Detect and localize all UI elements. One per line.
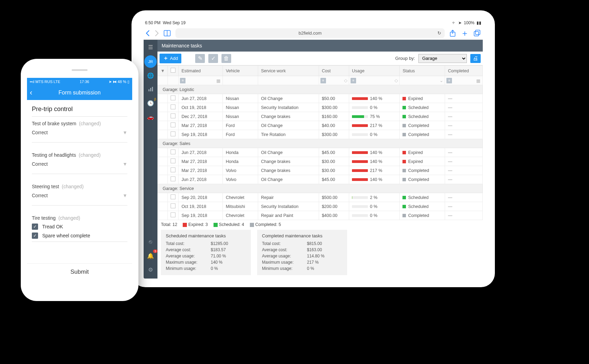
- nav-back-icon[interactable]: [146, 30, 150, 36]
- table-row[interactable]: Mar 27, 2018VolvoChange brakes$30.00217 …: [158, 166, 483, 175]
- new-tab-icon[interactable]: ＋: [461, 28, 469, 39]
- date-picker-icon[interactable]: ▦: [476, 78, 481, 83]
- row-checkbox[interactable]: [171, 176, 175, 181]
- tread-checkbox-row[interactable]: ✓Tread OK: [32, 224, 127, 230]
- signal-icon: ••ıl: [30, 80, 35, 84]
- bookmarks-icon[interactable]: [164, 30, 171, 36]
- cell-status: Completed: [400, 211, 445, 220]
- row-checkbox[interactable]: [171, 158, 175, 163]
- col-service[interactable]: Service work: [258, 66, 319, 76]
- row-checkbox[interactable]: [171, 122, 175, 127]
- safari-toolbar: b2field.com ↻ ＋: [144, 27, 483, 40]
- filter-op-icon[interactable]: ≡: [320, 78, 326, 83]
- iphone-screen: ••ıl MTS RUS LTE 17:36 ➤ ⧓ 48 % ▯ ‹ Form…: [27, 78, 132, 280]
- table-row[interactable]: Dec 27, 2018NissanChange brakes$160.0075…: [158, 112, 483, 121]
- menu-toggle-icon[interactable]: ☰: [148, 44, 153, 51]
- sidebar-notifications-icon[interactable]: 🔔3: [144, 249, 157, 262]
- table-row[interactable]: Sep 19, 2018FordTire Rotation$300.000 %C…: [158, 130, 483, 139]
- print-button[interactable]: 🖨: [470, 54, 481, 63]
- brake-dropdown[interactable]: Correct▼: [32, 126, 127, 139]
- filter-op-icon[interactable]: ≡: [446, 78, 452, 83]
- table-row[interactable]: Sep 19, 2018ChevroletRepair and Paint$40…: [158, 211, 483, 220]
- status-icon: [402, 160, 406, 163]
- group-row[interactable]: Garage: Logistic: [158, 85, 483, 94]
- cell-status: Scheduled: [400, 202, 445, 211]
- row-checkbox[interactable]: [171, 104, 175, 109]
- url-bar[interactable]: b2field.com ↻: [175, 28, 445, 38]
- cell-cost: $300.00: [319, 103, 349, 112]
- col-status[interactable]: Status: [400, 66, 445, 76]
- sidebar-fleet-icon[interactable]: 🚗: [144, 111, 157, 123]
- row-checkbox[interactable]: [171, 113, 175, 118]
- table-row[interactable]: Oct 19, 2018NissanSecurity Installation$…: [158, 103, 483, 112]
- sidebar-settings-icon[interactable]: ⚙: [144, 263, 157, 276]
- col-usage[interactable]: Usage: [349, 66, 400, 76]
- spare-checkbox-row[interactable]: ✓Spare wheel complete: [32, 233, 127, 239]
- notif-badge: 3: [153, 249, 157, 253]
- table-row[interactable]: Jun 27, 2018VolvoOil Change$45.00140 %Co…: [158, 175, 483, 184]
- table-row[interactable]: Oct 19, 2018MitsubishiSecurity Installat…: [158, 202, 483, 211]
- groupby-select[interactable]: Garage: [418, 54, 467, 63]
- sidebar-reports-icon[interactable]: [144, 83, 157, 95]
- group-row[interactable]: Garage: Service: [158, 184, 483, 193]
- table-row[interactable]: Sep 20, 2018ChevroletRepair$500.002 %Sch…: [158, 193, 483, 202]
- brake-value: Correct: [32, 130, 48, 135]
- edit-button[interactable]: ✎: [195, 54, 205, 63]
- delete-button[interactable]: 🗑: [221, 54, 231, 63]
- tabs-icon[interactable]: [474, 30, 481, 37]
- user-avatar[interactable]: JR: [144, 55, 157, 68]
- cell-vehicle: Ford: [223, 130, 258, 139]
- row-checkbox[interactable]: [171, 149, 175, 154]
- col-completed[interactable]: Completed: [445, 66, 483, 76]
- cell-status: Expired: [400, 148, 445, 157]
- cell-cost: $30.00: [319, 166, 349, 175]
- steering-value: Correct: [32, 193, 48, 198]
- filter-op-icon[interactable]: ≡: [180, 78, 185, 83]
- back-button[interactable]: ‹: [30, 88, 32, 97]
- reload-icon[interactable]: ↻: [437, 30, 441, 36]
- group-row[interactable]: Garage: Sales: [158, 139, 483, 148]
- nav-forward-icon: [155, 30, 159, 36]
- row-checkbox[interactable]: [171, 212, 175, 217]
- legend-completed: Completed: 5: [255, 222, 281, 227]
- sort-icon[interactable]: ◇: [344, 78, 347, 83]
- sidebar-history-icon[interactable]: 🕓β: [144, 97, 157, 109]
- table-row[interactable]: Jun 27, 2018HondaOil Change$45.00140 %Ex…: [158, 148, 483, 157]
- date-picker-icon[interactable]: ▦: [216, 78, 221, 83]
- table-row[interactable]: Mar 27, 2018FordOil Change$40.00217 %Com…: [158, 121, 483, 130]
- table-row[interactable]: Mar 27, 2018HondaChange brakes$30.00140 …: [158, 157, 483, 166]
- add-button[interactable]: ＋Add: [160, 54, 181, 63]
- filter-icon[interactable]: ▼: [161, 69, 165, 73]
- row-checkbox[interactable]: [171, 194, 175, 199]
- form-body[interactable]: Pre-trip control Test of brake system (c…: [27, 100, 132, 263]
- confirm-button[interactable]: ✓: [208, 54, 218, 63]
- submit-button[interactable]: Submit: [27, 263, 132, 280]
- svg-rect-7: [150, 88, 151, 91]
- row-checkbox[interactable]: [171, 131, 175, 136]
- col-vehicle[interactable]: Vehicle: [223, 66, 258, 76]
- headlights-dropdown[interactable]: Correct▼: [32, 158, 127, 170]
- row-checkbox[interactable]: [171, 203, 175, 208]
- share-icon[interactable]: [450, 30, 456, 37]
- sidebar-globe-icon[interactable]: 🌐: [144, 69, 157, 82]
- svg-rect-8: [152, 87, 153, 91]
- filter-op-icon[interactable]: ≡: [351, 78, 356, 83]
- row-checkbox[interactable]: [171, 167, 175, 172]
- steering-dropdown[interactable]: Correct▼: [32, 189, 127, 202]
- dropdown-icon[interactable]: ⌄: [440, 78, 443, 83]
- col-cost[interactable]: Cost: [319, 66, 349, 76]
- sort-icon[interactable]: ◇: [395, 78, 398, 83]
- cell-service: Change brakes: [258, 112, 319, 121]
- select-all-checkbox[interactable]: [171, 68, 175, 73]
- cell-completed: —: [445, 157, 483, 166]
- bluetooth-icon: ⧓: [113, 80, 117, 84]
- table-row[interactable]: Jun 27, 2018NissanOil Change$50.00140 %E…: [158, 94, 483, 103]
- cell-cost: $45.00: [319, 148, 349, 157]
- col-estimated[interactable]: Estimated: [179, 66, 223, 76]
- row-checkbox[interactable]: [171, 95, 175, 100]
- cell-usage: 217 %: [349, 121, 400, 130]
- table-container[interactable]: ▼ Estimated Vehicle Service work Cost Us…: [157, 65, 483, 279]
- status-icon: [402, 97, 406, 100]
- sidebar-logout-icon[interactable]: ⎋: [144, 236, 157, 248]
- tire-label: Tire testing (changed): [32, 215, 127, 221]
